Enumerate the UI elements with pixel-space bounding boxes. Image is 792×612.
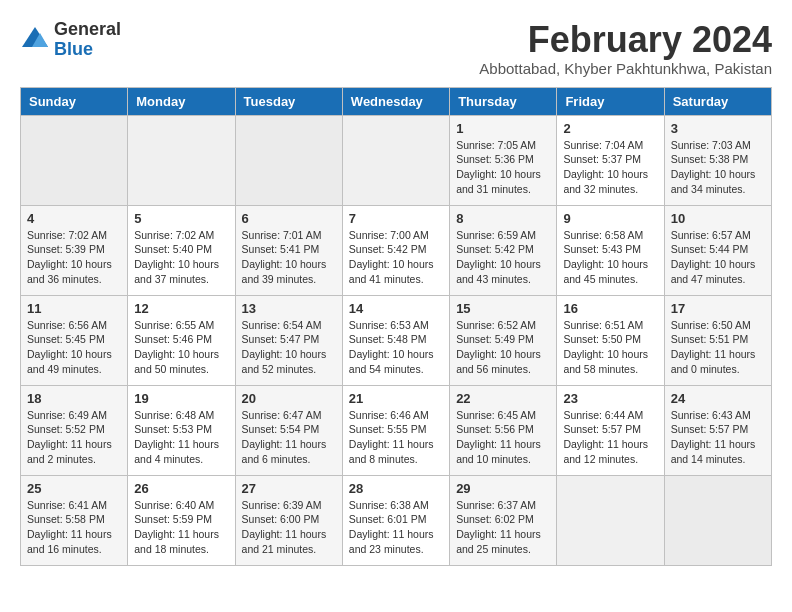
calendar-cell: 6Sunrise: 7:01 AM Sunset: 5:41 PM Daylig… bbox=[235, 205, 342, 295]
calendar-cell bbox=[235, 115, 342, 205]
calendar-cell: 29Sunrise: 6:37 AM Sunset: 6:02 PM Dayli… bbox=[450, 475, 557, 565]
day-number: 16 bbox=[563, 301, 657, 316]
day-number: 15 bbox=[456, 301, 550, 316]
day-number: 25 bbox=[27, 481, 121, 496]
day-info: Sunrise: 6:48 AM Sunset: 5:53 PM Dayligh… bbox=[134, 408, 228, 467]
day-number: 19 bbox=[134, 391, 228, 406]
calendar-cell: 5Sunrise: 7:02 AM Sunset: 5:40 PM Daylig… bbox=[128, 205, 235, 295]
day-info: Sunrise: 6:49 AM Sunset: 5:52 PM Dayligh… bbox=[27, 408, 121, 467]
day-number: 20 bbox=[242, 391, 336, 406]
day-info: Sunrise: 6:53 AM Sunset: 5:48 PM Dayligh… bbox=[349, 318, 443, 377]
day-number: 28 bbox=[349, 481, 443, 496]
calendar-cell: 22Sunrise: 6:45 AM Sunset: 5:56 PM Dayli… bbox=[450, 385, 557, 475]
day-info: Sunrise: 6:51 AM Sunset: 5:50 PM Dayligh… bbox=[563, 318, 657, 377]
day-info: Sunrise: 6:41 AM Sunset: 5:58 PM Dayligh… bbox=[27, 498, 121, 557]
weekday-header: Thursday bbox=[450, 87, 557, 115]
day-info: Sunrise: 7:03 AM Sunset: 5:38 PM Dayligh… bbox=[671, 138, 765, 197]
day-number: 18 bbox=[27, 391, 121, 406]
weekday-header: Monday bbox=[128, 87, 235, 115]
title-block: February 2024 Abbottabad, Khyber Pakhtun… bbox=[479, 20, 772, 77]
day-number: 24 bbox=[671, 391, 765, 406]
day-info: Sunrise: 6:39 AM Sunset: 6:00 PM Dayligh… bbox=[242, 498, 336, 557]
calendar-cell: 1Sunrise: 7:05 AM Sunset: 5:36 PM Daylig… bbox=[450, 115, 557, 205]
day-number: 29 bbox=[456, 481, 550, 496]
day-number: 26 bbox=[134, 481, 228, 496]
day-number: 14 bbox=[349, 301, 443, 316]
day-number: 1 bbox=[456, 121, 550, 136]
calendar-cell: 17Sunrise: 6:50 AM Sunset: 5:51 PM Dayli… bbox=[664, 295, 771, 385]
day-number: 21 bbox=[349, 391, 443, 406]
day-info: Sunrise: 6:56 AM Sunset: 5:45 PM Dayligh… bbox=[27, 318, 121, 377]
weekday-header: Saturday bbox=[664, 87, 771, 115]
month-title: February 2024 bbox=[479, 20, 772, 60]
calendar-table: SundayMondayTuesdayWednesdayThursdayFrid… bbox=[20, 87, 772, 566]
logo-icon bbox=[20, 25, 50, 55]
day-info: Sunrise: 6:58 AM Sunset: 5:43 PM Dayligh… bbox=[563, 228, 657, 287]
calendar-header-row: SundayMondayTuesdayWednesdayThursdayFrid… bbox=[21, 87, 772, 115]
calendar-cell: 14Sunrise: 6:53 AM Sunset: 5:48 PM Dayli… bbox=[342, 295, 449, 385]
calendar-cell: 18Sunrise: 6:49 AM Sunset: 5:52 PM Dayli… bbox=[21, 385, 128, 475]
logo: General Blue bbox=[20, 20, 121, 60]
day-info: Sunrise: 6:46 AM Sunset: 5:55 PM Dayligh… bbox=[349, 408, 443, 467]
calendar-cell: 9Sunrise: 6:58 AM Sunset: 5:43 PM Daylig… bbox=[557, 205, 664, 295]
weekday-header: Sunday bbox=[21, 87, 128, 115]
weekday-header: Tuesday bbox=[235, 87, 342, 115]
day-info: Sunrise: 6:37 AM Sunset: 6:02 PM Dayligh… bbox=[456, 498, 550, 557]
day-number: 4 bbox=[27, 211, 121, 226]
calendar-cell: 12Sunrise: 6:55 AM Sunset: 5:46 PM Dayli… bbox=[128, 295, 235, 385]
calendar-cell: 4Sunrise: 7:02 AM Sunset: 5:39 PM Daylig… bbox=[21, 205, 128, 295]
calendar-cell: 2Sunrise: 7:04 AM Sunset: 5:37 PM Daylig… bbox=[557, 115, 664, 205]
calendar-cell: 15Sunrise: 6:52 AM Sunset: 5:49 PM Dayli… bbox=[450, 295, 557, 385]
calendar-cell: 13Sunrise: 6:54 AM Sunset: 5:47 PM Dayli… bbox=[235, 295, 342, 385]
day-info: Sunrise: 6:38 AM Sunset: 6:01 PM Dayligh… bbox=[349, 498, 443, 557]
day-number: 11 bbox=[27, 301, 121, 316]
calendar-cell: 11Sunrise: 6:56 AM Sunset: 5:45 PM Dayli… bbox=[21, 295, 128, 385]
day-info: Sunrise: 6:57 AM Sunset: 5:44 PM Dayligh… bbox=[671, 228, 765, 287]
calendar-cell: 16Sunrise: 6:51 AM Sunset: 5:50 PM Dayli… bbox=[557, 295, 664, 385]
day-number: 8 bbox=[456, 211, 550, 226]
day-info: Sunrise: 6:55 AM Sunset: 5:46 PM Dayligh… bbox=[134, 318, 228, 377]
calendar-cell: 21Sunrise: 6:46 AM Sunset: 5:55 PM Dayli… bbox=[342, 385, 449, 475]
calendar-cell: 19Sunrise: 6:48 AM Sunset: 5:53 PM Dayli… bbox=[128, 385, 235, 475]
day-number: 12 bbox=[134, 301, 228, 316]
day-number: 23 bbox=[563, 391, 657, 406]
calendar-cell bbox=[128, 115, 235, 205]
calendar-cell: 3Sunrise: 7:03 AM Sunset: 5:38 PM Daylig… bbox=[664, 115, 771, 205]
day-number: 17 bbox=[671, 301, 765, 316]
day-info: Sunrise: 6:50 AM Sunset: 5:51 PM Dayligh… bbox=[671, 318, 765, 377]
calendar-week-row: 25Sunrise: 6:41 AM Sunset: 5:58 PM Dayli… bbox=[21, 475, 772, 565]
day-info: Sunrise: 7:04 AM Sunset: 5:37 PM Dayligh… bbox=[563, 138, 657, 197]
calendar-cell bbox=[557, 475, 664, 565]
location-title: Abbottabad, Khyber Pakhtunkhwa, Pakistan bbox=[479, 60, 772, 77]
calendar-week-row: 11Sunrise: 6:56 AM Sunset: 5:45 PM Dayli… bbox=[21, 295, 772, 385]
calendar-cell: 24Sunrise: 6:43 AM Sunset: 5:57 PM Dayli… bbox=[664, 385, 771, 475]
day-number: 10 bbox=[671, 211, 765, 226]
calendar-cell bbox=[342, 115, 449, 205]
calendar-cell: 7Sunrise: 7:00 AM Sunset: 5:42 PM Daylig… bbox=[342, 205, 449, 295]
calendar-cell: 10Sunrise: 6:57 AM Sunset: 5:44 PM Dayli… bbox=[664, 205, 771, 295]
day-info: Sunrise: 6:59 AM Sunset: 5:42 PM Dayligh… bbox=[456, 228, 550, 287]
calendar-cell: 26Sunrise: 6:40 AM Sunset: 5:59 PM Dayli… bbox=[128, 475, 235, 565]
day-number: 7 bbox=[349, 211, 443, 226]
calendar-cell: 20Sunrise: 6:47 AM Sunset: 5:54 PM Dayli… bbox=[235, 385, 342, 475]
calendar-cell: 27Sunrise: 6:39 AM Sunset: 6:00 PM Dayli… bbox=[235, 475, 342, 565]
day-info: Sunrise: 6:40 AM Sunset: 5:59 PM Dayligh… bbox=[134, 498, 228, 557]
calendar-cell: 25Sunrise: 6:41 AM Sunset: 5:58 PM Dayli… bbox=[21, 475, 128, 565]
day-number: 5 bbox=[134, 211, 228, 226]
day-info: Sunrise: 6:52 AM Sunset: 5:49 PM Dayligh… bbox=[456, 318, 550, 377]
day-info: Sunrise: 6:47 AM Sunset: 5:54 PM Dayligh… bbox=[242, 408, 336, 467]
calendar-week-row: 18Sunrise: 6:49 AM Sunset: 5:52 PM Dayli… bbox=[21, 385, 772, 475]
day-number: 3 bbox=[671, 121, 765, 136]
day-info: Sunrise: 6:43 AM Sunset: 5:57 PM Dayligh… bbox=[671, 408, 765, 467]
weekday-header: Wednesday bbox=[342, 87, 449, 115]
day-info: Sunrise: 7:02 AM Sunset: 5:40 PM Dayligh… bbox=[134, 228, 228, 287]
day-number: 13 bbox=[242, 301, 336, 316]
calendar-cell bbox=[664, 475, 771, 565]
calendar-week-row: 4Sunrise: 7:02 AM Sunset: 5:39 PM Daylig… bbox=[21, 205, 772, 295]
calendar-cell bbox=[21, 115, 128, 205]
day-number: 2 bbox=[563, 121, 657, 136]
day-number: 9 bbox=[563, 211, 657, 226]
day-info: Sunrise: 7:01 AM Sunset: 5:41 PM Dayligh… bbox=[242, 228, 336, 287]
weekday-header: Friday bbox=[557, 87, 664, 115]
calendar-cell: 28Sunrise: 6:38 AM Sunset: 6:01 PM Dayli… bbox=[342, 475, 449, 565]
